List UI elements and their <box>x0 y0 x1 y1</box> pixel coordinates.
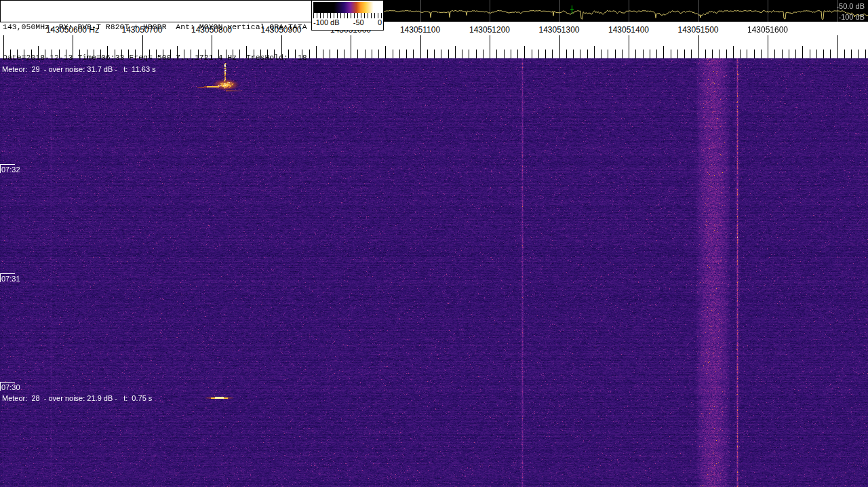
info-line-date: Date=2018-12-13 Time=06:33 Freq= 500.7..… <box>3 52 312 62</box>
freq-minor-tick <box>754 50 755 58</box>
freq-minor-tick <box>511 50 511 58</box>
freq-minor-tick <box>677 50 678 58</box>
freq-medium-tick <box>455 46 456 58</box>
freq-minor-tick <box>580 50 580 58</box>
freq-minor-tick <box>496 50 497 58</box>
freq-minor-tick <box>782 50 783 58</box>
freq-minor-tick <box>448 50 449 58</box>
freq-label: 143051100 <box>400 25 440 35</box>
freq-minor-tick <box>365 50 366 58</box>
freq-medium-tick <box>594 46 595 58</box>
freq-major-tick <box>490 35 490 58</box>
freq-medium-tick <box>802 46 803 58</box>
colorbar-label-mid: -50 <box>353 18 364 27</box>
freq-minor-tick <box>635 50 636 58</box>
freq-minor-tick <box>656 50 657 58</box>
freq-minor-tick <box>726 50 727 58</box>
freq-major-tick <box>629 35 629 58</box>
freq-minor-tick <box>830 50 831 58</box>
freq-label: 143051500 <box>677 25 718 35</box>
freq-minor-tick <box>462 50 462 58</box>
freq-minor-tick <box>650 50 650 58</box>
freq-minor-tick <box>865 50 866 58</box>
freq-minor-tick <box>795 50 796 58</box>
freq-minor-tick <box>545 50 546 58</box>
freq-major-tick <box>698 35 699 58</box>
freq-major-tick <box>768 35 768 58</box>
freq-major-tick <box>837 35 838 58</box>
info-box: 143,050MHz, RX: DVB-T R820T + HDSDR Ant:… <box>0 0 313 22</box>
app-window: -50.0 dB -100 dB 143050600 Hz14305070014… <box>0 0 868 487</box>
freq-minor-tick <box>587 50 588 58</box>
freq-minor-tick <box>740 50 741 58</box>
freq-minor-tick <box>399 50 400 58</box>
freq-minor-tick <box>469 50 469 58</box>
freq-medium-tick <box>385 46 386 58</box>
freq-medium-tick <box>733 46 734 58</box>
freq-minor-tick <box>761 50 762 58</box>
freq-minor-tick <box>427 50 428 58</box>
freq-minor-tick <box>823 50 824 58</box>
freq-minor-tick <box>552 50 553 58</box>
freq-minor-tick <box>691 50 692 58</box>
freq-minor-tick <box>810 50 810 58</box>
freq-minor-tick <box>615 50 616 58</box>
freq-minor-tick <box>504 50 505 58</box>
colorbar-label-min: -100 dB <box>313 18 340 27</box>
freq-minor-tick <box>719 50 719 58</box>
freq-minor-tick <box>705 50 706 58</box>
freq-minor-tick <box>671 50 671 58</box>
freq-medium-tick <box>663 46 664 58</box>
info-line-rx: 143,050MHz, RX: DVB-T R820T + HDSDR Ant:… <box>3 22 312 32</box>
freq-minor-tick <box>684 50 685 58</box>
colorbar: -100 dB -50 0 <box>311 0 384 31</box>
colorbar-label-max: 0 <box>378 18 382 27</box>
freq-minor-tick <box>573 50 574 58</box>
freq-minor-tick <box>851 50 852 58</box>
freq-minor-tick <box>816 50 817 58</box>
freq-label: 143051200 <box>469 25 510 35</box>
freq-minor-tick <box>601 50 601 58</box>
freq-minor-tick <box>789 50 789 58</box>
freq-minor-tick <box>344 50 344 58</box>
freq-major-tick <box>420 35 421 58</box>
freq-minor-tick <box>538 50 539 58</box>
freq-minor-tick <box>566 50 567 58</box>
freq-minor-tick <box>747 50 747 58</box>
freq-label: 143051600 <box>747 25 788 35</box>
freq-minor-tick <box>393 50 393 58</box>
freq-minor-tick <box>517 50 518 58</box>
spectrum-scale-bottom-label: -100 dB <box>838 13 865 21</box>
freq-minor-tick <box>844 50 845 58</box>
freq-minor-tick <box>357 50 358 58</box>
freq-minor-tick <box>712 50 713 58</box>
freq-major-tick <box>351 35 351 58</box>
colorbar-ticks <box>313 13 382 18</box>
freq-label: 143051400 <box>608 25 649 35</box>
freq-minor-tick <box>476 50 477 58</box>
freq-minor-tick <box>434 50 435 58</box>
freq-major-tick <box>559 35 560 58</box>
freq-minor-tick <box>337 50 338 58</box>
freq-minor-tick <box>378 50 379 58</box>
colorbar-gradient <box>313 2 382 13</box>
freq-medium-tick <box>316 46 317 58</box>
freq-label: 143051300 <box>538 25 579 35</box>
freq-minor-tick <box>858 50 859 58</box>
colorbar-labels: -100 dB -50 0 <box>312 18 383 27</box>
freq-minor-tick <box>622 50 623 58</box>
freq-minor-tick <box>406 50 407 58</box>
freq-minor-tick <box>774 50 775 58</box>
waterfall-canvas[interactable] <box>0 58 868 487</box>
freq-minor-tick <box>372 50 372 58</box>
freq-minor-tick <box>323 50 323 58</box>
freq-minor-tick <box>483 50 484 58</box>
freq-minor-tick <box>441 50 441 58</box>
freq-medium-tick <box>524 46 525 58</box>
freq-minor-tick <box>413 50 414 58</box>
freq-minor-tick <box>608 50 608 58</box>
freq-minor-tick <box>643 50 644 58</box>
freq-minor-tick <box>330 50 330 58</box>
freq-minor-tick <box>532 50 532 58</box>
spectrum-scale-top-label: -50.0 dB <box>836 2 865 10</box>
